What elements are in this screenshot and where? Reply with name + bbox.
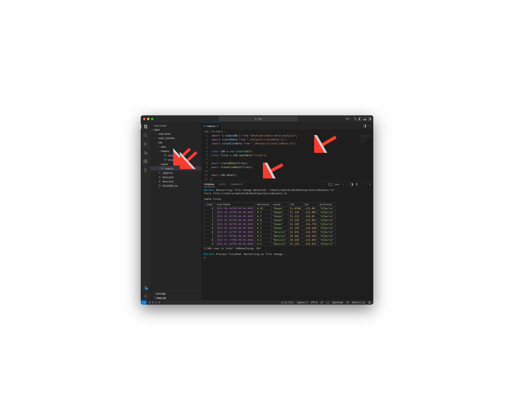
- runtime-version[interactable]: Deno 2.1.10: [352, 301, 365, 304]
- maximize-panel-icon[interactable]: ⌃: [365, 183, 367, 186]
- svg-point-9: [144, 142, 145, 143]
- toggle-panel-icon[interactable]: [363, 118, 366, 120]
- kill-terminal-icon[interactable]: [355, 183, 358, 186]
- file-deno-lock[interactable]: {}deno.lock: [150, 179, 201, 184]
- editor-group: TS main.ts ✕ ⋯ sda › TS main.ts › … 1234…: [201, 122, 373, 300]
- ts-icon: TS: [212, 131, 214, 133]
- customize-layout-icon[interactable]: [354, 118, 357, 120]
- ts-icon: TS: [161, 167, 164, 170]
- file-visualizedata-ts[interactable]: TSvisualizeData.ts: [150, 158, 201, 162]
- tree-label: .gitignore: [162, 171, 173, 174]
- chevron-icon: ⌄: [157, 150, 160, 152]
- tree-label: .sda-cache: [158, 132, 171, 135]
- terminal-output[interactable]: Watcher Restarting! File change detected…: [201, 188, 373, 300]
- window-body: EXPLORER ⋯ ⌄ TEST ›.sda-cache›node_modul…: [141, 122, 373, 300]
- explorer-more-icon[interactable]: ⋯: [196, 124, 198, 127]
- extensions-icon[interactable]: [143, 159, 148, 164]
- braces-icon: { }: [327, 301, 329, 304]
- tab-more-icon[interactable]: ⋯: [368, 124, 371, 128]
- file-crunchdata-ts[interactable]: TScrunchData.ts: [150, 153, 201, 158]
- folder-output[interactable]: ›output: [150, 162, 201, 166]
- maximize-window-button[interactable]: [151, 118, 153, 120]
- folder-helpers[interactable]: ⌄helpers: [150, 149, 201, 153]
- breadcrumb[interactable]: sda › TS main.ts › …: [201, 129, 373, 134]
- close-panel-icon[interactable]: ✕: [369, 183, 371, 186]
- svg-rect-5: [145, 125, 147, 128]
- terminal-tab[interactable]: TERMINAL: [204, 182, 215, 187]
- svg-point-0: [255, 118, 257, 120]
- file-deno-json[interactable]: {}deno.json: [150, 175, 201, 179]
- panel-tabs: TERMINAL PORTS COMMENTS >_ deno ＋ ⌄ ⋯ ⌃: [201, 181, 373, 188]
- settings-gear-icon[interactable]: [143, 294, 148, 298]
- file-main-ts[interactable]: TSmain.ts: [150, 166, 201, 171]
- explorer-title: EXPLORER: [154, 125, 167, 127]
- copilot-icon[interactable]: [345, 117, 349, 121]
- chevron-icon: ›: [154, 133, 157, 135]
- language-mode[interactable]: TypeScript: [332, 301, 343, 304]
- outline-section[interactable]: ⌄ OUTLINE: [150, 292, 201, 296]
- terminal-toolbar: >_ deno ＋ ⌄ ⋯ ⌃ ✕: [329, 183, 371, 186]
- terminal-dropdown-icon[interactable]: ⌄: [346, 183, 348, 185]
- panel-more-icon[interactable]: ⋯: [360, 183, 363, 186]
- minimap[interactable]: [358, 134, 373, 181]
- chevron-down-icon[interactable]: ▾: [350, 118, 351, 120]
- ts-icon: TS: [203, 125, 206, 127]
- split-terminal-icon[interactable]: [350, 183, 353, 186]
- comments-tab[interactable]: COMMENTS: [230, 182, 242, 187]
- code-area[interactable]: import { SimpleDB } from "@nshiab/simple…: [211, 134, 373, 181]
- eol[interactable]: LF: [321, 301, 323, 304]
- toggle-primary-sidebar-icon[interactable]: [359, 118, 361, 120]
- svg-rect-16: [144, 162, 145, 163]
- remote-indicator[interactable]: [141, 300, 147, 305]
- accounts-icon[interactable]: [143, 285, 148, 290]
- svg-point-22: [348, 302, 348, 302]
- tree-label: data: [161, 145, 166, 148]
- folder-node-modules[interactable]: ›node_modules: [150, 136, 201, 140]
- file-readme-md[interactable]: iREADME.md: [150, 184, 201, 188]
- svg-point-7: [144, 134, 147, 136]
- close-tab-icon[interactable]: ✕: [217, 125, 219, 128]
- tree-root[interactable]: ⌄ TEST: [150, 128, 201, 132]
- terminal-task-label[interactable]: deno: [335, 183, 340, 186]
- folder-sda[interactable]: ⌄sda: [150, 140, 201, 144]
- encoding[interactable]: UTF-8: [311, 301, 317, 304]
- close-window-button[interactable]: [143, 118, 146, 120]
- source-control-icon[interactable]: [143, 142, 148, 146]
- terminal-table-title: table fires:: [204, 197, 371, 201]
- line-gutter: 123456789101112: [201, 134, 211, 181]
- timeline-section[interactable]: ⌄ TIMELINE: [150, 296, 201, 300]
- titlebar: ← → test ▾: [141, 115, 373, 122]
- toggle-secondary-sidebar-icon[interactable]: [368, 118, 371, 120]
- testing-icon[interactable]: [143, 168, 148, 172]
- tab-main-ts[interactable]: TS main.ts ✕: [201, 122, 221, 129]
- run-debug-icon[interactable]: [143, 150, 148, 155]
- command-center-search[interactable]: test: [219, 117, 298, 121]
- cursor-position[interactable]: Ln 12, Col 1: [281, 301, 294, 304]
- code-editor[interactable]: 123456789101112 import { SimpleDB } from…: [201, 134, 373, 181]
- status-problems[interactable]: ⊘0 ⚠0: [147, 301, 160, 304]
- info-icon: i: [158, 184, 161, 187]
- nav-back-icon[interactable]: ←: [206, 117, 208, 120]
- file--gitignore[interactable]: ⚙.gitignore: [150, 171, 201, 175]
- tab-label: main.ts: [207, 125, 215, 128]
- nav-forward-icon[interactable]: →: [211, 117, 214, 120]
- svg-point-21: [347, 302, 347, 302]
- new-terminal-icon[interactable]: ＋: [342, 183, 344, 186]
- terminal-summary: 5,368 rows in total (nbRowsToLog: 10): [204, 247, 371, 250]
- folder--sda-cache[interactable]: ›.sda-cache: [150, 132, 201, 136]
- svg-point-18: [145, 286, 146, 287]
- copilot-status-icon[interactable]: [346, 301, 349, 304]
- indentation[interactable]: Spaces: 4: [297, 301, 308, 304]
- ports-tab[interactable]: PORTS: [219, 182, 226, 187]
- explorer-icon[interactable]: [141, 124, 150, 129]
- svg-point-19: [145, 296, 146, 297]
- search-icon[interactable]: [143, 133, 148, 137]
- minimize-window-button[interactable]: [147, 118, 149, 120]
- chevron-icon: ›: [157, 163, 160, 165]
- svg-rect-17: [146, 162, 147, 163]
- tree-label: visualizeData.ts: [168, 158, 186, 161]
- bottom-panel: TERMINAL PORTS COMMENTS >_ deno ＋ ⌄ ⋯ ⌃: [201, 181, 373, 300]
- notifications-icon[interactable]: [368, 301, 371, 304]
- folder-data[interactable]: ›data: [150, 144, 201, 149]
- split-editor-icon[interactable]: [363, 125, 366, 128]
